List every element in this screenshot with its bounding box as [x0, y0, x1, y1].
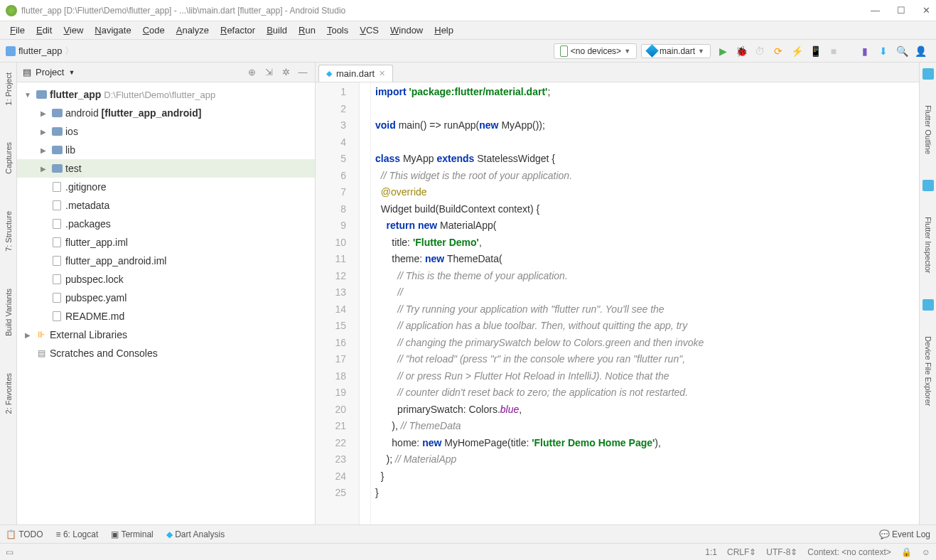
left-tab-build-variants[interactable]: Build Variants [3, 284, 14, 340]
flutter-icon [922, 299, 934, 311]
code-area[interactable]: import 'package:flutter/material.dart'; … [371, 82, 919, 524]
debug-button[interactable]: 🐞 [736, 45, 747, 57]
breadcrumb[interactable]: flutter_app 〉 [6, 45, 552, 58]
titlebar: flutter_app [D:\Flutter\Demo\flutter_app… [0, 0, 936, 21]
tree-row[interactable]: pubspec.lock [17, 270, 315, 289]
project-header-icon: ▤ [23, 67, 31, 77]
todo-tab[interactable]: 📋 TODO [6, 529, 43, 539]
status-icon: ▭ [6, 547, 14, 557]
dart-file-icon: ◆ [326, 69, 332, 78]
device-selector[interactable]: <no devices> ▼ [554, 43, 637, 59]
left-tab----structure[interactable]: 7: Structure [3, 207, 14, 256]
logcat-tab[interactable]: ≡ 6: Logcat [56, 529, 99, 539]
lock-icon[interactable]: 🔒 [901, 547, 912, 557]
right-tab-device-file-explorer[interactable]: Device File Explorer [922, 332, 934, 410]
minimize-button[interactable]: — [871, 5, 880, 16]
tree-row[interactable]: ▶android [flutter_app_android] [17, 104, 315, 122]
module-icon [6, 46, 16, 56]
attach-icon[interactable]: 📱 [809, 45, 821, 57]
inspector-icon[interactable]: ☺ [922, 547, 930, 557]
tree-row[interactable]: pubspec.yaml [17, 289, 315, 307]
menu-file[interactable]: File [6, 23, 29, 37]
settings-icon[interactable]: ✲ [279, 67, 292, 77]
maximize-button[interactable]: ☐ [897, 5, 905, 16]
user-icon[interactable]: 👤 [915, 45, 926, 57]
left-tab----project[interactable]: 1: Project [3, 68, 14, 109]
right-tool-strip: Flutter OutlineFlutter InspectorDevice F… [919, 63, 936, 524]
project-header[interactable]: ▤ Project ▼ ⊕ ⇲ ✲ — [17, 63, 315, 82]
flutter-icon [922, 180, 934, 191]
bottom-toolbar: 📋 TODO ≡ 6: Logcat ▣ Terminal ◆ Dart Ana… [0, 524, 936, 543]
tree-row[interactable]: README.md [17, 307, 315, 325]
dart-analysis-tab[interactable]: ◆ Dart Analysis [166, 529, 225, 539]
right-tab-flutter-inspector[interactable]: Flutter Inspector [922, 212, 934, 277]
tree-row[interactable]: .gitignore [17, 178, 315, 196]
breadcrumb-root: flutter_app [18, 45, 62, 56]
code-editor[interactable]: 1234567891011121314151617181920212223242… [316, 82, 919, 524]
app-icon [6, 5, 17, 16]
menu-run[interactable]: Run [294, 23, 320, 37]
tree-row[interactable]: ▶⊪External Libraries [17, 325, 315, 344]
flutter-icon [922, 68, 934, 80]
tree-row[interactable]: .packages [17, 215, 315, 233]
device-selector-label: <no devices> [571, 46, 621, 56]
line-ending[interactable]: CRLF⇕ [727, 547, 756, 557]
toolbar: flutter_app 〉 <no devices> ▼ main.dart ▼… [0, 40, 936, 63]
left-tab-captures[interactable]: Captures [3, 138, 14, 178]
tree-row[interactable]: ▼flutter_app D:\Flutter\Demo\flutter_app [17, 85, 315, 104]
project-pane-title: Project [36, 67, 64, 77]
context-label[interactable]: Context: <no context> [807, 547, 891, 557]
tree-row[interactable]: flutter_app_android.iml [17, 252, 315, 270]
cursor-position[interactable]: 1:1 [705, 547, 717, 557]
editor-pane: ◆ main.dart ✕ 12345678910111213141516171… [316, 63, 919, 524]
right-tab-flutter-outline[interactable]: Flutter Outline [922, 101, 934, 158]
menu-tools[interactable]: Tools [323, 23, 353, 37]
hot-reload-button[interactable]: ⟳ [773, 45, 784, 57]
stop-button[interactable]: ■ [828, 45, 839, 57]
event-log-tab[interactable]: 💬 Event Log [879, 529, 930, 539]
menu-help[interactable]: Help [430, 23, 458, 37]
tree-row[interactable]: ▤Scratches and Consoles [17, 344, 315, 362]
menu-window[interactable]: Window [386, 23, 427, 37]
encoding[interactable]: UTF-8⇕ [766, 547, 797, 557]
file-tab-label: main.dart [336, 68, 375, 79]
close-button[interactable]: ✕ [922, 5, 930, 16]
menu-build[interactable]: Build [262, 23, 291, 37]
window-title: flutter_app [D:\Flutter\Demo\flutter_app… [21, 6, 871, 16]
flash-icon[interactable]: ⚡ [791, 45, 802, 57]
close-tab-icon[interactable]: ✕ [379, 69, 385, 78]
menu-vcs[interactable]: VCS [355, 23, 383, 37]
phone-icon [560, 45, 568, 57]
menu-code[interactable]: Code [139, 23, 169, 37]
dart-icon [645, 44, 658, 57]
menu-refactor[interactable]: Refactor [216, 23, 259, 37]
line-gutter[interactable]: 1234567891011121314151617181920212223242… [316, 82, 360, 524]
run-config-label: main.dart [660, 46, 695, 56]
collapse-icon[interactable]: ⇲ [262, 67, 275, 77]
menu-navigate[interactable]: Navigate [90, 23, 135, 37]
menu-analyze[interactable]: Analyze [172, 23, 213, 37]
avd-icon[interactable]: ▮ [859, 45, 871, 57]
file-tab[interactable]: ◆ main.dart ✕ [318, 65, 393, 82]
project-tree[interactable]: ▼flutter_app D:\Flutter\Demo\flutter_app… [17, 82, 315, 524]
fold-column[interactable] [360, 82, 371, 524]
menu-edit[interactable]: Edit [32, 23, 56, 37]
project-pane: ▤ Project ▼ ⊕ ⇲ ✲ — ▼flutter_app D:\Flut… [17, 63, 316, 524]
tree-row[interactable]: ▶test [17, 159, 315, 178]
left-tab----favorites[interactable]: 2: Favorites [3, 369, 14, 418]
hide-icon[interactable]: — [296, 67, 309, 77]
run-button[interactable]: ▶ [717, 45, 728, 57]
tree-row[interactable]: flutter_app.iml [17, 233, 315, 252]
tree-row[interactable]: ▶lib [17, 141, 315, 159]
terminal-tab[interactable]: ▣ Terminal [111, 529, 153, 539]
run-config-selector[interactable]: main.dart ▼ [641, 44, 711, 58]
tree-row[interactable]: .metadata [17, 196, 315, 215]
status-bar: ▭ 1:1 CRLF⇕ UTF-8⇕ Context: <no context>… [0, 543, 936, 560]
locate-icon[interactable]: ⊕ [245, 67, 258, 77]
profile-button[interactable]: ⏱ [754, 45, 765, 57]
menu-view[interactable]: View [59, 23, 87, 37]
sdk-icon[interactable]: ⬇ [878, 45, 889, 57]
tree-row[interactable]: ▶ios [17, 122, 315, 141]
search-icon[interactable]: 🔍 [896, 45, 908, 57]
menubar: FileEditViewNavigateCodeAnalyzeRefactorB… [0, 21, 936, 40]
